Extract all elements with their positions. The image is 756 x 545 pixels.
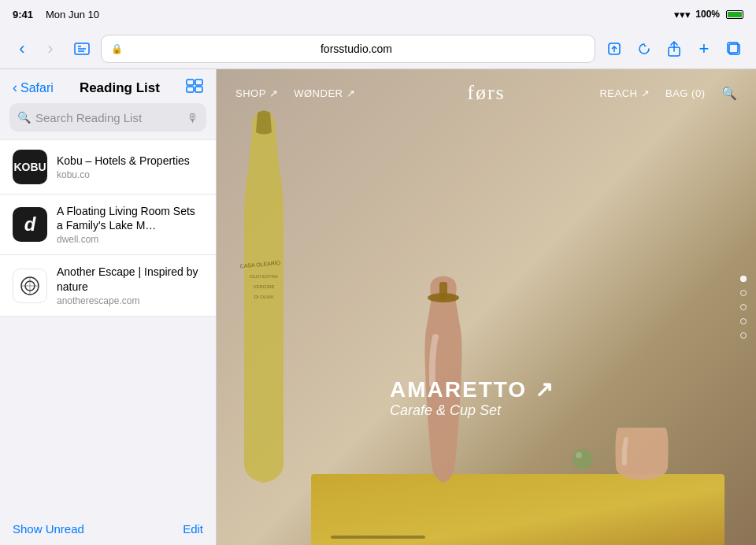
lock-icon: 🔒 [111, 43, 123, 54]
dot-navigation [740, 276, 747, 339]
item-title: Kobu – Hotels & Properties [57, 154, 203, 168]
back-to-safari[interactable]: ‹ Safari [13, 80, 54, 96]
status-time: 9:41 [13, 9, 33, 20]
dot-5[interactable] [740, 332, 747, 339]
shop-nav-item[interactable]: SHOP ↗ [235, 87, 278, 99]
bag-nav-item[interactable]: BAG (0) [665, 87, 705, 99]
mic-icon[interactable]: 🎙 [187, 111, 198, 124]
list-item[interactable]: d A Floating Living Room Sets a Family's… [0, 195, 216, 255]
airdrop-button[interactable] [602, 36, 627, 61]
sidebar-header: ‹ Safari Reading List [0, 69, 216, 103]
favicon-kobu: KOBU [13, 150, 47, 184]
hero-title: AMARETTO ↗ [390, 376, 554, 402]
svg-rect-10 [195, 80, 202, 85]
reload-button[interactable] [632, 36, 657, 61]
add-button[interactable]: + [691, 36, 717, 61]
sphere-svg [571, 447, 595, 471]
svg-rect-11 [187, 87, 194, 92]
search-bar[interactable]: 🔍 Search Reading List 🎙 [9, 103, 206, 132]
item-domain: anotherescape.com [57, 295, 203, 306]
edit-button[interactable]: Edit [183, 522, 203, 536]
dot-1[interactable] [740, 276, 747, 282]
chevron-left-icon: ‹ [13, 80, 17, 96]
reading-list: KOBU Kobu – Hotels & Properties kobu.co … [0, 139, 216, 513]
list-item[interactable]: KOBU Kobu – Hotels & Properties kobu.co [0, 139, 216, 195]
battery-icon: 100% [695, 9, 720, 20]
fors-logo[interactable]: førs [467, 81, 505, 105]
grid-view-icon[interactable] [186, 79, 203, 97]
search-icon: 🔍 [17, 111, 31, 124]
svg-rect-9 [187, 80, 194, 85]
fors-nav: SHOP ↗ WØNDER ↗ førs REACH ↗ BAG (0) 🔍 [217, 69, 756, 117]
item-title: A Floating Living Room Sets a Family's L… [57, 204, 203, 232]
olive-sphere [571, 447, 595, 474]
reach-nav-item[interactable]: REACH ↗ [599, 87, 650, 99]
address-url: forsstudio.com [128, 43, 585, 55]
fors-nav-right: REACH ↗ BAG (0) 🔍 [599, 86, 737, 101]
item-content: Kobu – Hotels & Properties kobu.co [57, 154, 203, 180]
content-area: ‹ Safari Reading List 🔍 Search Reading L… [0, 69, 756, 545]
svg-point-24 [576, 452, 582, 458]
item-content: A Floating Living Room Sets a Family's L… [57, 204, 203, 245]
svg-rect-12 [195, 87, 202, 92]
dot-2[interactable] [740, 290, 747, 296]
wifi-icon: ▾▾▾ [674, 9, 691, 20]
item-content: Another Escape | Inspired by nature anot… [57, 265, 203, 306]
svg-point-23 [573, 449, 593, 469]
dot-4[interactable] [740, 318, 747, 324]
search-placeholder: Search Reading List [35, 111, 182, 124]
dot-3[interactable] [740, 304, 747, 310]
safari-label: Safari [20, 81, 54, 95]
browser-toolbar: ‹ › 🔒 forsstudio.com [0, 28, 756, 69]
web-content: CASA OLEARÍO OLIO EXTRA VERGINE DI OLIVA [217, 69, 756, 545]
fors-nav-left: SHOP ↗ WØNDER ↗ [235, 87, 355, 99]
status-date: Mon Jun 10 [46, 9, 99, 20]
item-domain: kobu.co [57, 169, 203, 180]
svg-text:OLIO EXTRA: OLIO EXTRA [250, 274, 278, 279]
green-bottle-svg: CASA OLEARÍO OLIO EXTRA VERGINE DI OLIVA [224, 109, 303, 502]
svg-text:DI OLIVA: DI OLIVA [254, 295, 274, 299]
forward-button[interactable]: › [38, 36, 63, 61]
battery-shape [726, 10, 743, 19]
search-nav-icon[interactable]: 🔍 [721, 86, 738, 101]
share-button[interactable] [662, 36, 687, 61]
ceramic-cup [606, 412, 677, 494]
show-unread-button[interactable]: Show Unread [13, 522, 84, 536]
status-right: ▾▾▾ 100% [674, 9, 743, 20]
sidebar: ‹ Safari Reading List 🔍 Search Reading L… [0, 69, 217, 545]
main-layout: ‹ › 🔒 forsstudio.com [0, 28, 756, 545]
back-button[interactable]: ‹ [9, 36, 35, 61]
address-bar[interactable]: 🔒 forsstudio.com [101, 35, 595, 63]
wonder-nav-item[interactable]: WØNDER ↗ [294, 87, 355, 99]
list-item[interactable]: Another Escape | Inspired by nature anot… [0, 255, 216, 316]
web-page: CASA OLEARÍO OLIO EXTRA VERGINE DI OLIVA [217, 69, 756, 545]
svg-text:VERGINE: VERGINE [253, 284, 274, 289]
nav-buttons: ‹ › [9, 36, 63, 61]
svg-rect-22 [439, 282, 447, 299]
toolbar-actions: + [602, 36, 747, 61]
cup-svg [606, 412, 677, 491]
reader-button[interactable] [69, 36, 94, 61]
home-indicator [331, 536, 425, 539]
favicon-dwell: d [13, 207, 47, 242]
status-bar: 9:41 Mon Jun 10 ▾▾▾ 100% [0, 0, 756, 28]
hero-subtitle: Carafe & Cup Set [390, 402, 554, 419]
sidebar-footer: Show Unread Edit [0, 513, 216, 545]
item-domain: dwell.com [57, 234, 203, 245]
hero-text: AMARETTO ↗ Carafe & Cup Set [390, 376, 554, 419]
item-title: Another Escape | Inspired by nature [57, 265, 203, 293]
favicon-escape [13, 269, 47, 303]
tabs-button[interactable] [721, 36, 747, 61]
sidebar-title: Reading List [80, 80, 160, 96]
